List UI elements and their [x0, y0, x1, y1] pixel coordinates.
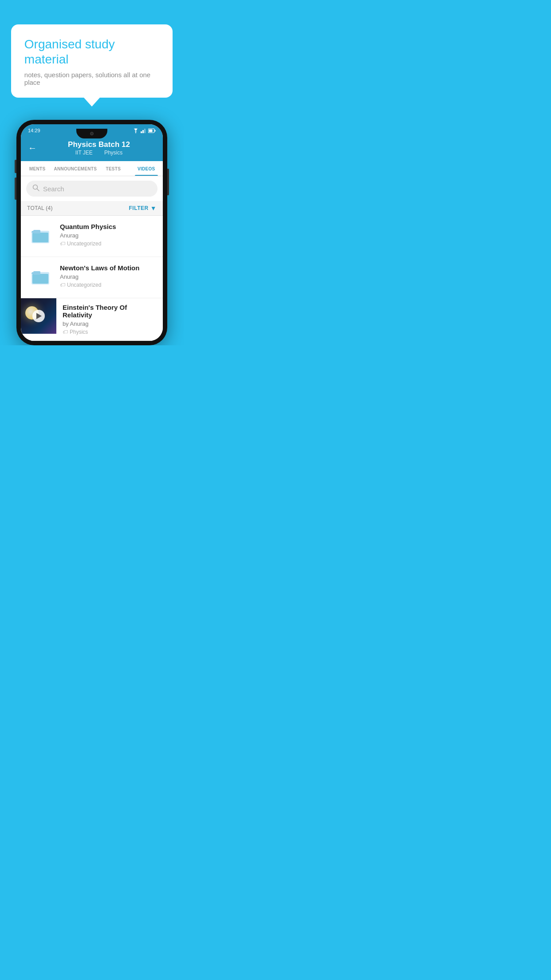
play-triangle: [36, 313, 42, 319]
camera-dot: [90, 132, 94, 135]
video-tag-1: 🏷 Uncategorized: [60, 241, 157, 247]
header-title-block: Physics Batch 12 IIT JEE Physics: [42, 140, 156, 156]
filter-label: FILTER: [129, 205, 149, 211]
svg-rect-1: [141, 131, 142, 133]
video-info-1: Quantum Physics Anurag 🏷 Uncategorized: [60, 223, 157, 247]
phone-side-btn-power: [167, 169, 169, 195]
svg-rect-3: [144, 129, 146, 133]
video-title-1: Quantum Physics: [60, 223, 157, 230]
tag-label-1: Uncategorized: [67, 241, 101, 247]
list-item[interactable]: Newton's Laws of Motion Anurag 🏷 Uncateg…: [21, 257, 163, 298]
speech-bubble-title: Organised study material: [24, 37, 159, 67]
list-item[interactable]: Einstein's Theory Of Relativity by Anura…: [21, 298, 163, 341]
search-placeholder: Search: [43, 185, 64, 193]
svg-line-8: [37, 189, 39, 191]
speech-bubble-arrow: [84, 98, 100, 107]
video-author-3: by Anurag: [63, 320, 157, 327]
header-subtitle-right: Physics: [104, 150, 122, 156]
filter-button[interactable]: FILTER ▼: [129, 205, 157, 212]
video-tag-2: 🏷 Uncategorized: [60, 282, 157, 288]
battery-icon: [148, 128, 156, 133]
status-icons: [133, 128, 156, 133]
video-title-3: Einstein's Theory Of Relativity: [63, 304, 157, 319]
folder-icon: [31, 268, 50, 287]
speech-bubble-subtitle: notes, question papers, solutions all at…: [24, 71, 159, 86]
phone-frame: 14:29: [16, 120, 167, 345]
tab-tests[interactable]: TESTS: [97, 161, 130, 176]
tab-announcements[interactable]: ANNOUNCEMENTS: [54, 161, 97, 176]
signal-icon: [141, 128, 146, 133]
tab-videos[interactable]: VIDEOS: [130, 161, 163, 176]
header-subtitle-sep: [98, 150, 101, 156]
header-subtitle: IIT JEE Physics: [42, 150, 156, 156]
filter-bar: TOTAL (4) FILTER ▼: [21, 201, 163, 216]
search-icon: [32, 184, 39, 193]
search-icon-svg: [32, 184, 39, 191]
svg-rect-11: [33, 230, 40, 233]
tag-label-3: Physics: [70, 329, 88, 335]
svg-rect-13: [32, 274, 48, 284]
play-button[interactable]: [32, 310, 45, 322]
app-header: ← Physics Batch 12 IIT JEE Physics: [21, 136, 163, 161]
video-author-2: Anurag: [60, 273, 157, 280]
folder-thumbnail-2: [27, 264, 54, 291]
svg-rect-14: [33, 271, 40, 275]
header-title: Physics Batch 12: [42, 140, 156, 149]
search-container: Search: [21, 176, 163, 201]
svg-rect-2: [142, 130, 144, 133]
video-list: Quantum Physics Anurag 🏷 Uncategorized: [21, 216, 163, 341]
phone-wrapper: 14:29: [0, 120, 184, 345]
speech-bubble-wrapper: Organised study material notes, question…: [11, 24, 173, 98]
list-item[interactable]: Quantum Physics Anurag 🏷 Uncategorized: [21, 216, 163, 257]
speech-bubble: Organised study material notes, question…: [11, 24, 173, 98]
svg-point-0: [135, 132, 136, 133]
tabs-bar: MENTS ANNOUNCEMENTS TESTS VIDEOS: [21, 161, 163, 176]
wifi-icon: [133, 128, 139, 133]
phone-side-btn-vol-up: [15, 160, 16, 173]
video-author-1: Anurag: [60, 232, 157, 239]
total-count-label: TOTAL (4): [27, 205, 53, 211]
status-time: 14:29: [28, 128, 40, 133]
folder-thumbnail-1: [27, 223, 54, 249]
svg-rect-10: [32, 233, 48, 242]
video-info-3: Einstein's Theory Of Relativity by Anura…: [56, 298, 163, 340]
search-box[interactable]: Search: [26, 181, 157, 197]
tag-label-2: Uncategorized: [67, 282, 101, 288]
tag-icon-2: 🏷: [60, 282, 65, 288]
filter-icon: ▼: [150, 205, 157, 212]
phone-screen: 14:29: [21, 124, 163, 341]
video-info-2: Newton's Laws of Motion Anurag 🏷 Uncateg…: [60, 264, 157, 288]
back-button[interactable]: ←: [28, 143, 37, 153]
tag-icon-3: 🏷: [63, 329, 68, 335]
video-title-2: Newton's Laws of Motion: [60, 264, 157, 272]
video-tag-3: 🏷 Physics: [63, 329, 157, 335]
phone-side-btn-vol-down: [15, 178, 16, 200]
folder-icon: [31, 226, 50, 246]
video-thumbnail-3: [21, 298, 56, 334]
svg-rect-6: [149, 129, 153, 132]
notch: [76, 129, 107, 138]
tab-ments[interactable]: MENTS: [21, 161, 54, 176]
tag-icon-1: 🏷: [60, 241, 65, 247]
svg-rect-5: [155, 130, 156, 131]
header-subtitle-left: IIT JEE: [75, 150, 93, 156]
